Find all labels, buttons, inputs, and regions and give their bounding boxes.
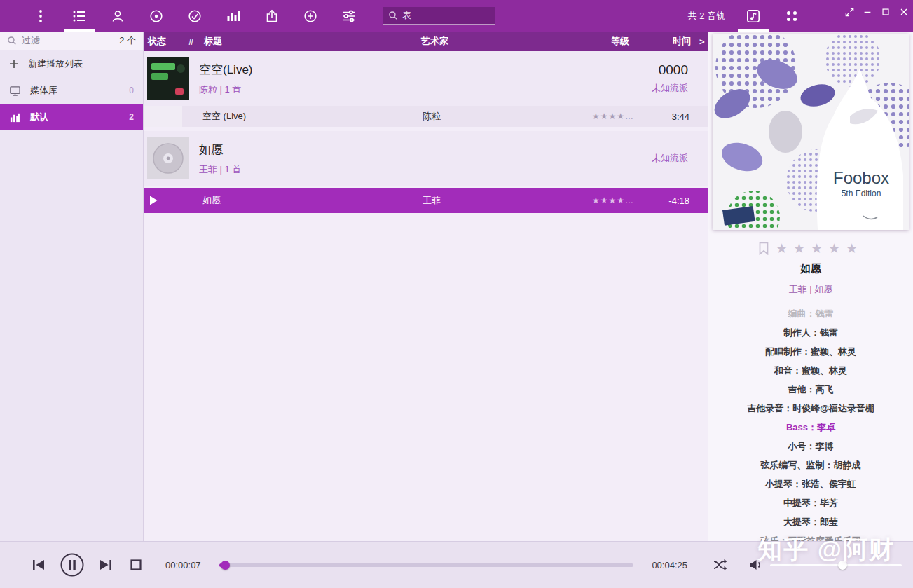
apps-grid-icon[interactable] xyxy=(783,0,800,32)
next-track-button[interactable] xyxy=(98,558,114,572)
maximize-icon[interactable] xyxy=(877,4,895,20)
seek-track xyxy=(219,563,634,567)
credit-line: 小号：李博 xyxy=(708,437,913,456)
pause-button[interactable] xyxy=(60,552,85,577)
player-bar: 00:00:07 00:04:25 xyxy=(0,541,913,588)
credit-line: 小提琴：张浩、侯宇虹 xyxy=(708,474,913,493)
media-library-icon xyxy=(9,85,21,97)
credit-line: 大提琴：郎莹 xyxy=(708,512,913,531)
volume-track xyxy=(770,564,902,566)
new-playlist-label: 新建播放列表 xyxy=(28,57,134,70)
disc-icon[interactable] xyxy=(148,0,165,32)
playlist-column-header: 状态 # 标题 艺术家 等级 时间 > xyxy=(144,32,708,51)
track-rating-stars[interactable]: ★★★★… xyxy=(582,196,645,205)
search-icon xyxy=(388,11,398,20)
sidebar-item-label: 媒体库 xyxy=(30,84,129,97)
track-row-selected[interactable]: 如愿 王菲 ★★★★… -4:18 xyxy=(144,188,708,213)
credit-line: 制作人：钱雷 xyxy=(708,323,913,342)
sidebar: 过滤 2 个 新建播放列表 媒体库 0 默认 2 xyxy=(0,32,144,541)
column-rating[interactable]: 等级 xyxy=(582,35,645,48)
seek-bar[interactable] xyxy=(219,559,634,570)
stats-bars-icon[interactable] xyxy=(225,0,242,32)
fullscreen-icon[interactable] xyxy=(840,4,858,20)
bookmark-icon[interactable] xyxy=(758,242,769,255)
add-circle-icon[interactable] xyxy=(302,0,319,32)
credit-line: 吉他：高飞 xyxy=(708,380,913,399)
track-time: -4:18 xyxy=(645,196,695,206)
album-group-header[interactable]: 空空(Live) 陈粒 | 1 首 0000 未知流派 xyxy=(144,51,708,106)
sidebar-item-label: 默认 xyxy=(30,111,129,123)
minimize-icon[interactable] xyxy=(858,4,877,20)
menu-kebab-icon[interactable] xyxy=(32,0,49,32)
now-playing-view-icon[interactable] xyxy=(745,0,762,32)
rating-stars[interactable]: ★★★★★ xyxy=(776,240,863,257)
album-art-title: Foobox xyxy=(833,168,889,187)
check-circle-icon[interactable] xyxy=(186,0,203,32)
search-input[interactable] xyxy=(402,11,490,21)
playlist-filter[interactable]: 过滤 2 个 xyxy=(0,32,143,50)
stop-button[interactable] xyxy=(129,558,143,572)
artist-icon[interactable] xyxy=(109,0,126,32)
track-artist: 王菲 xyxy=(417,194,582,207)
group-code: 0000 xyxy=(659,62,688,78)
playing-indicator-icon xyxy=(149,196,158,205)
playlist-panel: 状态 # 标题 艺术家 等级 时间 > 空空(Live) 陈粒 | 1 首 xyxy=(144,32,708,541)
elapsed-time: 00:00:07 xyxy=(165,560,201,570)
column-time[interactable]: 时间 xyxy=(645,35,695,48)
sidebar-item-default-playlist[interactable]: 默认 2 xyxy=(0,104,143,130)
export-share-icon[interactable] xyxy=(263,0,280,32)
playlist-view-icon[interactable] xyxy=(71,0,88,32)
credit-line-highlight: Bass：李卓 xyxy=(708,418,913,437)
tune-sliders-icon[interactable] xyxy=(341,0,357,32)
previous-track-button[interactable] xyxy=(31,558,46,572)
close-icon[interactable] xyxy=(895,4,913,20)
column-number[interactable]: # xyxy=(182,36,200,47)
search-box[interactable] xyxy=(383,7,495,25)
sidebar-item-count: 2 xyxy=(129,112,134,122)
album-thumbnail xyxy=(147,57,189,100)
top-toolbar: 共 2 音轨 xyxy=(0,0,913,32)
filter-search-icon xyxy=(7,36,17,46)
group-title: 如愿 xyxy=(199,142,223,158)
track-row[interactable]: 空空 (Live) 陈粒 ★★★★… 3:44 xyxy=(144,106,708,127)
volume-slider[interactable] xyxy=(770,559,902,570)
column-status[interactable]: 状态 xyxy=(144,35,182,48)
credit-line: 编曲：钱雷 xyxy=(708,304,913,323)
track-artist: 陈粒 xyxy=(417,110,582,123)
now-playing-rating: ★★★★★ xyxy=(708,240,913,257)
track-status-cell xyxy=(144,188,182,213)
now-playing-artist-album: 王菲 | 如愿 xyxy=(708,283,913,296)
track-rating-stars[interactable]: ★★★★… xyxy=(582,111,645,121)
track-count-label: 共 2 音轨 xyxy=(688,10,725,22)
equalizer-icon xyxy=(9,111,21,123)
column-more-button[interactable]: > xyxy=(695,36,708,47)
column-artist[interactable]: 艺术家 xyxy=(417,35,582,48)
album-group: 空空(Live) 陈粒 | 1 首 0000 未知流派 空空 (Live) 陈粒… xyxy=(144,51,708,127)
column-title[interactable]: 标题 xyxy=(200,35,417,48)
seek-handle[interactable] xyxy=(221,561,230,570)
album-thumbnail-disc xyxy=(147,137,189,179)
group-subtitle: 王菲 | 1 首 xyxy=(199,163,241,176)
track-title: 空空 (Live) xyxy=(200,110,417,123)
sidebar-item-media-library[interactable]: 媒体库 0 xyxy=(0,77,143,104)
filter-count: 2 个 xyxy=(119,34,136,47)
volume-handle[interactable] xyxy=(838,561,847,570)
album-group-header[interactable]: 如愿 王菲 | 1 首 未知流派 xyxy=(144,131,708,186)
credit-line: 配唱制作：蜜颖、林灵 xyxy=(708,342,913,361)
credit-line: 弦乐：国际首席爱乐乐团 xyxy=(708,531,913,541)
group-genre: 未知流派 xyxy=(652,82,688,95)
track-time: 3:44 xyxy=(645,111,695,122)
volume-icon[interactable] xyxy=(748,558,763,572)
shuffle-button[interactable] xyxy=(713,557,729,573)
credit-line: 吉他录音：时俊峰@福达录音棚 xyxy=(708,399,913,418)
credit-line: 和音：蜜颖、林灵 xyxy=(708,361,913,380)
new-playlist-button[interactable]: 新建播放列表 xyxy=(0,50,143,77)
track-status-cell xyxy=(144,106,182,127)
track-title: 如愿 xyxy=(200,194,417,207)
album-group: 如愿 王菲 | 1 首 未知流派 如愿 王菲 ★★★★… -4:18 xyxy=(144,131,708,213)
total-time: 00:04:25 xyxy=(652,560,687,570)
credit-line: 弦乐编写、监制：胡静成 xyxy=(708,456,913,474)
group-genre: 未知流派 xyxy=(652,152,688,165)
album-art[interactable]: Foobox 5th Edition xyxy=(713,34,909,230)
group-title: 空空(Live) xyxy=(199,62,253,78)
